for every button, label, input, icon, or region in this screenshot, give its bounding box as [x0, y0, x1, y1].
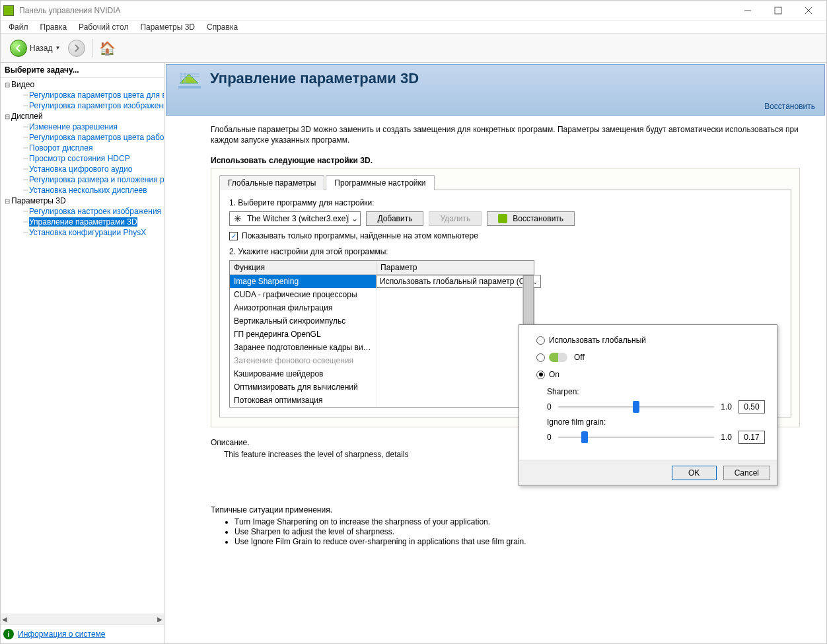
- tab-global[interactable]: Глобальные параметры: [219, 175, 324, 190]
- toggle-off-icon: [549, 353, 567, 362]
- restore-button[interactable]: Восстановить: [487, 211, 575, 226]
- remove-button: Удалить: [429, 211, 482, 226]
- tree-category-3d[interactable]: ⊟Параметры 3D: [1, 196, 164, 206]
- body: Выберите задачу... ⊟Видео ┈Регулировка п…: [1, 63, 826, 643]
- intro-text: Глобальные параметры 3D можно заменить и…: [211, 125, 800, 145]
- radio-on-label: On: [549, 370, 559, 379]
- menu-help[interactable]: Справка: [201, 21, 243, 33]
- setting-row-8[interactable]: Оптимизировать для вычислений: [230, 380, 376, 394]
- setting-row-7[interactable]: Кэширование шейдеров: [230, 367, 376, 380]
- popup-footer: OK Cancel: [519, 460, 777, 485]
- page-icon: [176, 70, 203, 98]
- grain-handle[interactable]: [581, 431, 588, 443]
- tree-item-display-5[interactable]: ┈Регулировка размера и положения рабо: [1, 174, 164, 185]
- svg-rect-4: [178, 86, 201, 89]
- popup-body: Использовать глобальный Off On Sharpen:: [519, 325, 777, 460]
- chevron-down-icon: ⌄: [348, 214, 360, 223]
- restore-defaults-link[interactable]: Восстановить: [764, 102, 815, 111]
- sharpen-min: 0: [547, 402, 552, 411]
- task-tree: ⊟Видео ┈Регулировка параметров цвета для…: [1, 78, 164, 614]
- info-icon: i: [3, 629, 14, 639]
- sharpening-popup: Использовать глобальный Off On Sharpen:: [519, 324, 777, 486]
- tree-item-display-4[interactable]: ┈Установка цифрового аудио: [1, 164, 164, 174]
- scroll-right-icon: ▶: [157, 616, 162, 623]
- program-select[interactable]: ✳ The Witcher 3 (witcher3.exe) ⌄: [229, 211, 361, 226]
- setting-row-1[interactable]: CUDA - графические процессоры: [230, 288, 376, 301]
- tree-item-3d-1[interactable]: ┈Управление параметрами 3D: [1, 217, 164, 227]
- radio-on[interactable]: On: [536, 370, 765, 379]
- maximize-button[interactable]: [763, 1, 793, 20]
- sharpen-value[interactable]: 0.50: [738, 400, 765, 413]
- menu-3d-params[interactable]: Параметры 3D: [135, 21, 200, 33]
- close-button[interactable]: [793, 1, 824, 20]
- system-info-link[interactable]: Информация о системе: [18, 629, 105, 639]
- radio-icon: [536, 353, 545, 362]
- show-only-checkbox[interactable]: ✓ Показывать только программы, найденные…: [229, 231, 781, 240]
- tree-item-display-3[interactable]: ┈Просмотр состояния HDCP: [1, 153, 164, 164]
- tree-item-video-1[interactable]: ┈Регулировка параметров изображения д: [1, 100, 164, 111]
- menu-edit[interactable]: Правка: [35, 21, 73, 33]
- nvidia-icon: [498, 214, 507, 223]
- setting-row-4[interactable]: ГП рендеринга OpenGL: [230, 328, 376, 341]
- toolbar-separator: [92, 39, 92, 57]
- settings-function-column: Image Sharpening CUDA - графические проц…: [230, 275, 377, 407]
- app-window: Панель управления NVIDIA Файл Правка Раб…: [0, 0, 827, 644]
- step2-label: 2. Укажите настройки для этой программы:: [229, 247, 781, 256]
- sidebar-footer: i Информация о системе: [1, 624, 164, 643]
- home-button[interactable]: 🏠: [99, 40, 116, 56]
- grain-min: 0: [547, 433, 552, 442]
- titlebar: Панель управления NVIDIA: [1, 1, 826, 20]
- ok-button[interactable]: OK: [672, 466, 717, 480]
- main-header: Управление параметрами 3D Восстановить: [166, 64, 825, 116]
- back-button[interactable]: Назад ▼: [6, 38, 64, 58]
- grain-block: Ignore film grain: 0 1.0 0.17: [547, 417, 765, 444]
- setting-row-6: Затенение фонового освещения: [230, 354, 376, 367]
- forward-button[interactable]: [68, 40, 85, 57]
- sidebar-header: Выберите задачу...: [1, 63, 164, 78]
- restore-button-label: Восстановить: [513, 214, 563, 223]
- setting-row-9[interactable]: Потоковая оптимизация: [230, 394, 376, 407]
- setting-row-2[interactable]: Анизотропная фильтрация: [230, 301, 376, 314]
- tree-item-video-0[interactable]: ┈Регулировка параметров цвета для вид: [1, 90, 164, 100]
- setting-value-select[interactable]: Использовать глобальный параметр (Off) ⌄: [377, 275, 541, 288]
- grain-value[interactable]: 0.17: [738, 431, 765, 444]
- setting-row-3[interactable]: Вертикальный синхроимпульс: [230, 314, 376, 328]
- tree-category-display[interactable]: ⊟Дисплей: [1, 111, 164, 122]
- show-only-label: Показывать только программы, найденные н…: [242, 231, 478, 240]
- typical-title: Типичные ситуации применения.: [211, 505, 800, 515]
- menu-file[interactable]: Файл: [3, 21, 34, 33]
- back-arrow-icon: [10, 40, 27, 57]
- tabs: Глобальные параметры Программные настрой…: [219, 175, 791, 190]
- grain-label: Ignore film grain:: [547, 417, 765, 427]
- tree-item-display-0[interactable]: ┈Изменение разрешения: [1, 122, 164, 132]
- menu-desktop[interactable]: Рабочий стол: [73, 21, 133, 33]
- tree-item-3d-0[interactable]: ┈Регулировка настроек изображения с пр: [1, 206, 164, 217]
- tree-item-3d-2[interactable]: ┈Установка конфигурации PhysX: [1, 227, 164, 238]
- sharpen-handle[interactable]: [633, 401, 639, 413]
- setting-row-0[interactable]: Image Sharpening: [230, 275, 376, 288]
- sidebar-horizontal-scrollbar[interactable]: ◀ ▶: [1, 614, 164, 624]
- add-button[interactable]: Добавить: [366, 211, 423, 226]
- col-function-header: Функция: [230, 261, 377, 274]
- tree-item-display-6[interactable]: ┈Установка нескольких дисплеев: [1, 185, 164, 196]
- radio-icon: [536, 336, 545, 345]
- tree-item-display-1[interactable]: ┈Регулировка параметров цвета рабочег: [1, 132, 164, 143]
- sharpen-slider[interactable]: [558, 406, 715, 408]
- tab-program[interactable]: Программные настройки: [326, 175, 434, 190]
- radio-off-label: Off: [574, 353, 585, 362]
- page-title: Управление параметрами 3D: [210, 70, 419, 87]
- setting-row-5[interactable]: Заранее подготовленные кадры вирту...: [230, 341, 376, 354]
- cancel-button[interactable]: Cancel: [723, 466, 770, 480]
- settings-value-column: Использовать глобальный параметр (Off) ⌄: [377, 275, 541, 407]
- grain-slider[interactable]: [558, 437, 715, 438]
- tree-item-display-2[interactable]: ┈Поворот дисплея: [1, 143, 164, 153]
- minimize-button[interactable]: [733, 1, 763, 20]
- checkbox-icon: ✓: [229, 232, 238, 240]
- radio-off[interactable]: Off: [536, 353, 765, 362]
- sharpen-label: Sharpen:: [547, 387, 765, 396]
- radio-global[interactable]: Использовать глобальный: [536, 336, 765, 345]
- tree-category-video[interactable]: ⊟Видео: [1, 79, 164, 90]
- program-icon: ✳: [233, 213, 243, 224]
- radio-icon: [536, 371, 545, 379]
- typical-bullet-1: Use Sharpen to adjust the level of sharp…: [234, 527, 800, 536]
